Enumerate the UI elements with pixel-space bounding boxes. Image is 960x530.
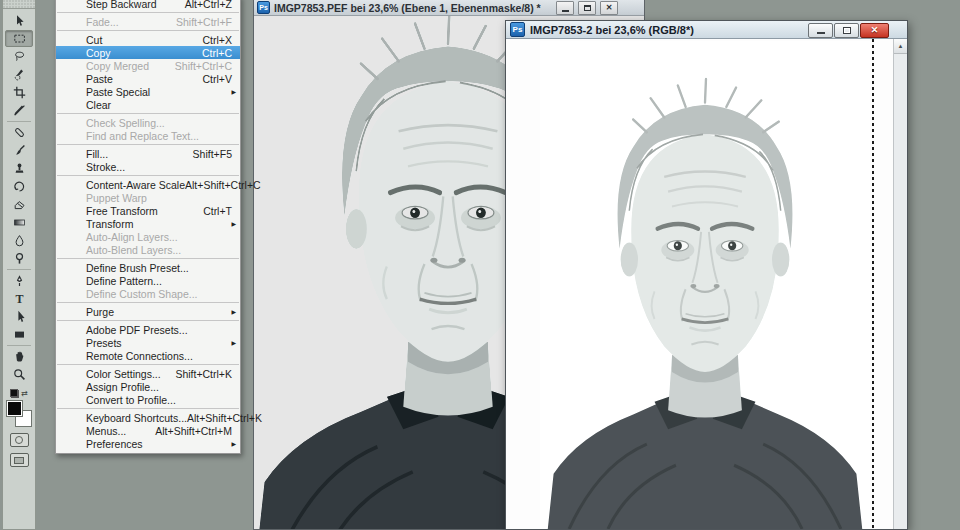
menu-item-label: Paste — [86, 73, 113, 85]
menu-item-shortcut: Shift+F5 — [193, 148, 232, 160]
menu-item-keyboard-shortcuts[interactable]: Keyboard Shortcuts...Alt+Shift+Ctrl+K — [56, 411, 240, 424]
menu-item-label: Paste Special — [86, 86, 150, 98]
menu-item-label: Auto-Align Layers... — [86, 231, 178, 243]
photoshop-document-icon: Ps — [257, 1, 270, 14]
vertical-scrollbar[interactable]: ▲ — [893, 39, 907, 529]
menu-item-label: Define Custom Shape... — [86, 288, 197, 300]
minimize-button[interactable] — [556, 1, 574, 15]
menu-separator — [57, 320, 239, 321]
tool-group-separator — [7, 269, 31, 270]
menu-item-define-pattern[interactable]: Define Pattern... — [56, 274, 240, 287]
menu-item-remote-connections[interactable]: Remote Connections... — [56, 349, 240, 362]
menu-item-label: Stroke... — [86, 161, 125, 173]
scroll-up-arrow-icon[interactable]: ▲ — [894, 39, 907, 54]
menu-item-shortcut: Alt+Ctrl+Z — [185, 0, 232, 10]
menu-item-step-backward[interactable]: Step BackwardAlt+Ctrl+Z — [56, 0, 240, 10]
window2-titlebar[interactable]: Ps IMGP7853-2 bei 23,6% (RGB/8*) ✕ — [506, 21, 907, 39]
menu-item-label: Cut — [86, 34, 102, 46]
menu-item-shortcut: Ctrl+V — [203, 73, 232, 85]
menu-item-assign-profile[interactable]: Assign Profile... — [56, 380, 240, 393]
pen-tool-icon[interactable] — [5, 272, 33, 289]
clone-stamp-tool-icon[interactable] — [5, 160, 33, 177]
menu-item-label: Copy Merged — [86, 60, 149, 72]
menu-item-presets[interactable]: Presets▶ — [56, 336, 240, 349]
menu-item-label: Color Settings... — [86, 368, 161, 380]
menu-item-shortcut: Ctrl+T — [203, 205, 232, 217]
menu-item-label: Define Brush Preset... — [86, 262, 189, 274]
quick-mask-button[interactable] — [10, 433, 29, 447]
menu-item-find-and-replace-text: Find and Replace Text... — [56, 129, 240, 142]
menu-item-shortcut: Shift+Ctrl+F — [176, 16, 232, 28]
eyedropper-tool-icon[interactable] — [5, 102, 33, 119]
menu-separator — [57, 258, 239, 259]
move-tool-icon[interactable] — [5, 12, 33, 29]
svg-text:T: T — [15, 292, 23, 305]
menu-item-preferences[interactable]: Preferences▶ — [56, 437, 240, 450]
close-button[interactable]: ✕ — [600, 1, 618, 15]
hand-tool-icon[interactable] — [5, 348, 33, 365]
foreground-color-swatch[interactable] — [6, 400, 23, 417]
menu-item-paste-special[interactable]: Paste Special▶ — [56, 85, 240, 98]
menu-item-label: Menus... — [86, 425, 126, 437]
type-tool-icon[interactable]: T — [5, 290, 33, 307]
menu-item-fill[interactable]: Fill...Shift+F5 — [56, 147, 240, 160]
minimize-icon — [562, 10, 569, 12]
rectangle-shape-tool-icon[interactable] — [5, 326, 33, 343]
menu-item-label: Puppet Warp — [86, 192, 147, 204]
menu-item-copy[interactable]: CopyCtrl+C — [56, 46, 240, 59]
menu-item-adobe-pdf-presets[interactable]: Adobe PDF Presets... — [56, 323, 240, 336]
minimize-button[interactable] — [808, 23, 833, 38]
window1-titlebar[interactable]: Ps IMGP7853.PEF bei 23,6% (Ebene 1, Eben… — [254, 0, 644, 16]
menu-item-label: Convert to Profile... — [86, 394, 176, 406]
tools-panel-grip[interactable] — [3, 0, 35, 9]
menu-item-stroke[interactable]: Stroke... — [56, 160, 240, 173]
eraser-tool-icon[interactable] — [5, 196, 33, 213]
rectangular-marquee-tool-icon[interactable] — [5, 30, 33, 47]
gradient-tool-icon[interactable] — [5, 214, 33, 231]
history-brush-tool-icon[interactable] — [5, 178, 33, 195]
menu-item-puppet-warp: Puppet Warp — [56, 191, 240, 204]
menu-item-define-brush-preset[interactable]: Define Brush Preset... — [56, 261, 240, 274]
menu-item-content-aware-scale[interactable]: Content-Aware ScaleAlt+Shift+Ctrl+C — [56, 178, 240, 191]
menu-separator — [57, 30, 239, 31]
crop-tool-icon[interactable] — [5, 84, 33, 101]
path-selection-tool-icon[interactable] — [5, 308, 33, 325]
menu-separator — [57, 408, 239, 409]
menu-item-convert-to-profile[interactable]: Convert to Profile... — [56, 393, 240, 406]
menu-item-paste[interactable]: PasteCtrl+V — [56, 72, 240, 85]
canvas-document-2[interactable]: ▲ — [506, 39, 907, 529]
menu-item-label: Fill... — [86, 148, 108, 160]
menu-item-label: Free Transform — [86, 205, 158, 217]
swap-colors-icon[interactable]: ⇄ — [21, 390, 28, 398]
menu-item-purge[interactable]: Purge▶ — [56, 305, 240, 318]
blur-tool-icon[interactable] — [5, 232, 33, 249]
menu-item-color-settings[interactable]: Color Settings...Shift+Ctrl+K — [56, 367, 240, 380]
screen-mode-button[interactable] — [10, 453, 29, 467]
menu-item-menus[interactable]: Menus...Alt+Shift+Ctrl+M — [56, 424, 240, 437]
menu-separator — [57, 144, 239, 145]
menu-separator — [57, 364, 239, 365]
submenu-arrow-icon: ▶ — [231, 339, 236, 346]
spot-healing-brush-tool-icon[interactable] — [5, 124, 33, 141]
dodge-tool-icon[interactable] — [5, 250, 33, 267]
menu-item-transform[interactable]: Transform▶ — [56, 217, 240, 230]
menu-item-free-transform[interactable]: Free TransformCtrl+T — [56, 204, 240, 217]
restore-button[interactable] — [578, 1, 596, 15]
menu-item-label: Copy — [86, 47, 111, 59]
menu-item-clear[interactable]: Clear — [56, 98, 240, 111]
lasso-tool-icon[interactable] — [5, 48, 33, 65]
brush-tool-icon[interactable] — [5, 142, 33, 159]
quick-selection-tool-icon[interactable] — [5, 66, 33, 83]
default-colors-icon[interactable] — [10, 389, 19, 398]
close-button[interactable]: ✕ — [860, 23, 889, 38]
zoom-tool-icon[interactable] — [5, 366, 33, 383]
restore-icon — [843, 27, 851, 34]
window1-title: IMGP7853.PEF bei 23,6% (Ebene 1, Ebenenm… — [274, 2, 541, 14]
submenu-arrow-icon: ▶ — [231, 88, 236, 95]
menu-item-label: Check Spelling... — [86, 117, 165, 129]
menu-item-label: Purge — [86, 306, 114, 318]
edit-menu-dropdown: Step BackwardAlt+Ctrl+ZFade...Shift+Ctrl… — [55, 0, 241, 454]
menu-item-auto-blend-layers: Auto-Blend Layers... — [56, 243, 240, 256]
menu-item-cut[interactable]: CutCtrl+X — [56, 33, 240, 46]
restore-button[interactable] — [834, 23, 859, 38]
